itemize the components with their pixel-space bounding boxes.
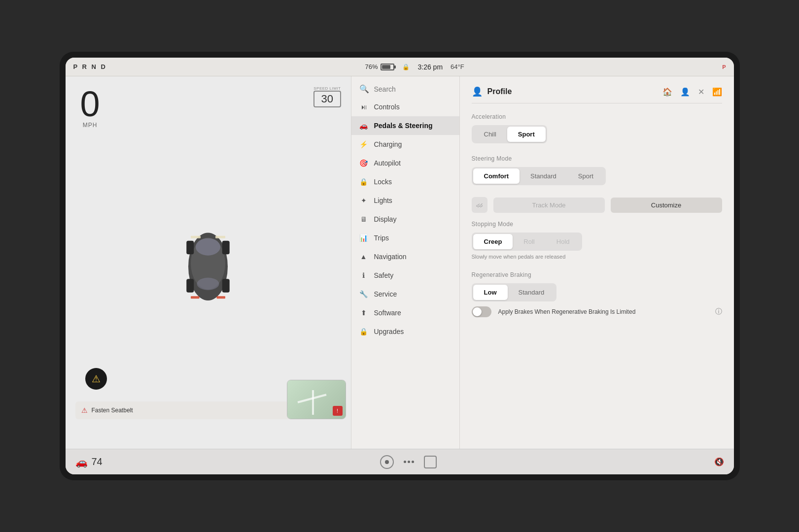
speed-unit: MPH: [80, 122, 100, 129]
navigation-label: Navigation: [374, 253, 407, 261]
map-inner: !: [287, 380, 346, 419]
acceleration-button-group: Chill Sport: [472, 125, 547, 143]
stopping-hold-button[interactable]: Hold: [546, 234, 581, 249]
acceleration-sport-button[interactable]: Sport: [507, 127, 546, 142]
car-container: [174, 217, 243, 318]
speed-limit-label: SPEED LIMIT: [313, 86, 341, 91]
controls-icon: ⏯: [359, 102, 368, 111]
regen-low-button[interactable]: Low: [473, 285, 508, 300]
regen-braking-section: Regenerative Braking Low Standard Apply …: [472, 271, 722, 317]
battery-percentage: 76%: [365, 63, 378, 70]
svg-rect-5: [222, 241, 230, 255]
sidebar-item-display[interactable]: 🖥 Display: [351, 210, 459, 229]
sidebar-item-service[interactable]: 🔧 Service: [351, 285, 459, 303]
close-icon[interactable]: ✕: [698, 87, 704, 97]
status-center: 76% 🔒 3:26 pm 64°F: [107, 63, 722, 71]
sidebar-item-charging[interactable]: ⚡ Charging: [351, 135, 459, 154]
bottom-right: 🔇: [714, 457, 724, 466]
locks-label: Locks: [374, 178, 392, 186]
lights-label: Lights: [374, 197, 392, 204]
sidebar-item-software[interactable]: ⬆ Software: [351, 303, 459, 322]
left-panel: 0 MPH SPEED LIMIT 30: [66, 76, 351, 449]
stopping-mode-button-group: Creep Roll Hold: [472, 233, 582, 251]
dot-1: [404, 461, 406, 463]
person-icon[interactable]: 👤: [680, 87, 690, 97]
service-label: Service: [374, 290, 397, 298]
profile-title: Profile: [487, 87, 512, 96]
steering-standard-button[interactable]: Standard: [520, 168, 567, 184]
outer-frame: P R N D 76% 🔒 3:26 pm 64°F P: [60, 52, 740, 480]
steering-mode-section: Steering Mode Comfort Standard Sport: [472, 155, 722, 185]
svg-rect-8: [191, 236, 201, 238]
pedals-icon: 🚗: [359, 121, 368, 130]
map-road-2: [312, 390, 314, 415]
steering-sport-button[interactable]: Sport: [567, 168, 604, 184]
car-icon-bottom: 🚗: [75, 456, 88, 468]
safety-icon: ℹ: [359, 271, 368, 280]
search-input[interactable]: [374, 85, 452, 93]
regen-toggle-switch[interactable]: [472, 306, 491, 317]
sidebar-item-locks[interactable]: 🔒 Locks: [351, 172, 459, 191]
sidebar-item-lights[interactable]: ✦ Lights: [351, 191, 459, 210]
sidebar-item-controls[interactable]: ⏯ Controls: [351, 98, 459, 116]
sidebar-item-safety[interactable]: ℹ Safety: [351, 266, 459, 285]
warning-icon[interactable]: ⚠: [85, 368, 107, 390]
main-content: 0 MPH SPEED LIMIT 30: [66, 76, 734, 449]
steering-comfort-button[interactable]: Comfort: [473, 168, 520, 184]
trips-label: Trips: [374, 234, 389, 242]
display-icon: 🖥: [359, 215, 368, 224]
stopping-hint: Slowly move when pedals are released: [472, 254, 722, 260]
stopping-creep-button[interactable]: Creep: [473, 234, 513, 249]
locks-icon: 🔒: [359, 177, 368, 186]
regen-toggle-label: Apply Brakes When Regenerative Braking I…: [498, 308, 708, 315]
lock-icon: 🔒: [402, 64, 410, 70]
regen-info-icon[interactable]: ⓘ: [715, 307, 722, 316]
autopilot-icon: 🎯: [359, 159, 368, 167]
bottom-dot-button[interactable]: [380, 455, 394, 469]
alert-text: Fasten Seatbelt: [92, 407, 133, 414]
battery-info: 76%: [365, 63, 394, 70]
steering-mode-button-group: Comfort Standard Sport: [472, 167, 606, 185]
bottom-dot-inner: [385, 460, 389, 464]
service-icon: 🔧: [359, 290, 368, 299]
status-bar: P R N D 76% 🔒 3:26 pm 64°F P: [66, 58, 734, 76]
upgrades-icon: 🔒: [359, 327, 368, 336]
profile-icon: 👤: [472, 86, 483, 97]
car-visualization: [174, 217, 243, 316]
bottom-dots-menu[interactable]: [404, 461, 414, 463]
status-right: P: [722, 64, 726, 70]
bottom-center: [380, 455, 437, 469]
sidebar-item-trips[interactable]: 📊 Trips: [351, 229, 459, 247]
sidebar-item-navigation[interactable]: ▲ Navigation: [351, 247, 459, 266]
center-menu: 🔍 ⏯ Controls 🚗 Pedals & Steering ⚡ Charg…: [351, 76, 460, 449]
stopping-mode-section: Stopping Mode Creep Roll Hold Slowly mov…: [472, 221, 722, 260]
svg-point-2: [196, 238, 220, 256]
sidebar-item-upgrades[interactable]: 🔒 Upgrades: [351, 322, 459, 341]
speed-limit-box: SPEED LIMIT 30: [313, 86, 341, 107]
home-icon[interactable]: 🏠: [662, 87, 672, 97]
bottom-square-button[interactable]: [424, 456, 437, 468]
track-mode-button[interactable]: Track Mode: [493, 198, 605, 213]
right-panel: 👤 Profile 🏠 👤 ✕ 📶 Acceleration Chill: [460, 76, 734, 449]
svg-rect-6: [186, 279, 194, 293]
regen-braking-title: Regenerative Braking: [472, 271, 722, 278]
svg-rect-10: [191, 296, 200, 299]
autopilot-label: Autopilot: [374, 159, 401, 167]
acceleration-chill-button[interactable]: Chill: [473, 127, 507, 142]
signal-icon: 📶: [712, 87, 722, 97]
lights-icon: ✦: [359, 196, 368, 205]
sidebar-item-autopilot[interactable]: 🎯 Autopilot: [351, 154, 459, 172]
navigation-icon: ▲: [359, 252, 368, 261]
map-thumbnail[interactable]: !: [287, 380, 346, 419]
stopping-roll-button[interactable]: Roll: [513, 234, 545, 249]
menu-search[interactable]: 🔍: [351, 80, 459, 98]
volume-icon[interactable]: 🔇: [714, 457, 724, 466]
speed-number: 0: [80, 86, 100, 122]
sidebar-item-pedals[interactable]: 🚗 Pedals & Steering: [351, 116, 459, 135]
speed-display: 0 MPH: [80, 86, 100, 129]
controls-label: Controls: [374, 103, 400, 111]
bottom-bar: 🚗 74 🔇: [66, 449, 734, 474]
svg-point-3: [197, 278, 219, 290]
regen-standard-button[interactable]: Standard: [508, 285, 556, 300]
customize-button[interactable]: Customize: [611, 198, 722, 213]
